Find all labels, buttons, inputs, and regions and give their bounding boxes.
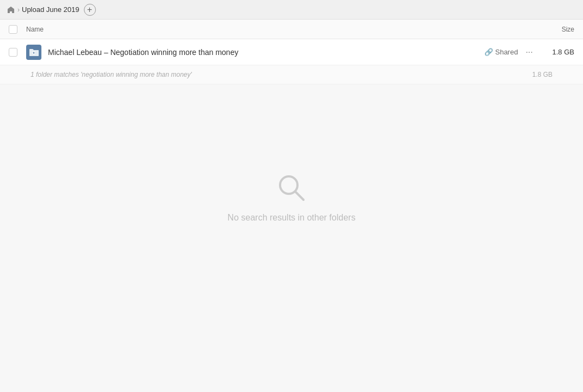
match-row: 1 folder matches 'negotiation winning mo… (0, 65, 583, 84)
select-all-checkbox-col (9, 25, 26, 34)
breadcrumb-chevron: › (17, 6, 20, 14)
row-checkbox[interactable] (9, 48, 17, 57)
no-results-section: No search results in other folders (0, 84, 583, 223)
more-options-button[interactable]: ··· (523, 46, 536, 58)
match-text: 1 folder matches 'negotiation winning mo… (31, 71, 514, 78)
file-name: Michael Lebeau – Negotiation winning mor… (44, 48, 484, 57)
shared-badge: 🔗 Shared (484, 48, 518, 56)
breadcrumb-title: Upload June 2019 (22, 5, 80, 14)
folder-link-icon (26, 45, 41, 60)
shared-label: Shared (495, 48, 518, 56)
name-column-header: Name (26, 26, 536, 33)
breadcrumb-bar: › Upload June 2019 + (0, 0, 583, 20)
file-icon-wrap (26, 45, 44, 60)
table-header: Name Size (0, 20, 583, 39)
size-column-header: Size (536, 26, 574, 33)
add-button[interactable]: + (84, 4, 96, 16)
file-size: 1.8 GB (536, 48, 574, 56)
no-results-text: No search results in other folders (228, 213, 356, 223)
select-all-checkbox[interactable] (9, 25, 17, 34)
search-icon (275, 171, 308, 204)
file-actions: 🔗 Shared ··· (484, 46, 536, 58)
match-size: 1.8 GB (514, 71, 552, 78)
file-row[interactable]: Michael Lebeau – Negotiation winning mor… (0, 39, 583, 65)
folder-icon-svg (29, 48, 39, 57)
home-icon (7, 5, 15, 14)
home-button[interactable] (7, 5, 15, 14)
row-checkbox-col (9, 48, 26, 57)
link-icon: 🔗 (484, 48, 493, 56)
svg-line-2 (295, 192, 303, 200)
